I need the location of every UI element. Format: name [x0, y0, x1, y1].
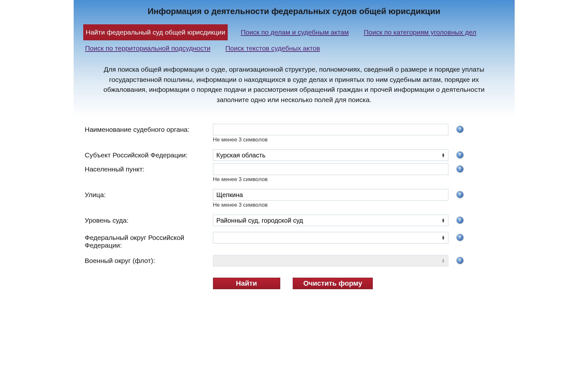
hint-court-name: Не менее 3 символов — [213, 137, 503, 143]
tab-search-cases[interactable]: Поиск по делам и судебным актам — [239, 24, 351, 40]
row-federal-district: Федеральный округ Российской Федерации: … — [85, 232, 503, 249]
page-title: Информация о деятельности федеральных су… — [74, 6, 515, 16]
help-icon[interactable]: ? — [456, 165, 463, 172]
page-container: Информация о деятельности федеральных су… — [74, 0, 515, 302]
row-military-district: Военный округ (флот): ▲▼ ? — [85, 255, 503, 266]
help-icon[interactable]: ? — [456, 234, 463, 241]
row-street: Улица: ? — [85, 189, 503, 201]
label-subject: Субъект Российской Федерации: — [85, 149, 213, 159]
label-court-name: Наименование судебного органа: — [85, 124, 213, 133]
tab-search-texts[interactable]: Поиск текстов судебных актов — [224, 40, 322, 56]
tab-territorial[interactable]: Поиск по территориальной подсудности — [83, 40, 213, 56]
input-street[interactable] — [213, 189, 448, 201]
search-form: Наименование судебного органа: ? Не мене… — [74, 117, 515, 302]
label-locality: Населенный пункт: — [85, 163, 213, 173]
tab-search-criminal[interactable]: Поиск по категориям уголовных дел — [362, 24, 478, 40]
header-area: Информация о деятельности федеральных су… — [74, 0, 515, 117]
select-federal-district[interactable] — [213, 232, 448, 243]
help-icon[interactable]: ? — [456, 151, 463, 158]
button-row: Найти Очистить форму — [213, 278, 503, 289]
input-court-name[interactable] — [213, 124, 448, 135]
label-federal-district: Федеральный округ Российской Федерации: — [85, 232, 213, 249]
row-locality: Населенный пункт: ? — [85, 163, 503, 175]
hint-locality: Не менее 3 символов — [213, 176, 503, 183]
input-locality[interactable] — [213, 163, 448, 175]
row-subject: Субъект Российской Федерации: Курская об… — [85, 149, 503, 161]
tab-find-court[interactable]: Найти федеральный суд общей юрисдикции — [83, 24, 228, 40]
help-icon[interactable]: ? — [456, 217, 463, 224]
clear-button[interactable]: Очистить форму — [293, 278, 373, 289]
row-court-name: Наименование судебного органа: ? — [85, 124, 503, 135]
hint-street: Не менее 3 символов — [213, 202, 503, 208]
label-court-level: Уровень суда: — [85, 215, 213, 224]
label-military-district: Военный округ (флот): — [85, 255, 213, 265]
select-court-level[interactable]: Районный суд, городской суд — [213, 215, 448, 226]
label-street: Улица: — [85, 189, 213, 199]
search-button[interactable]: Найти — [213, 278, 280, 289]
tab-bar: Найти федеральный суд общей юрисдикции П… — [74, 24, 515, 56]
help-icon[interactable]: ? — [456, 126, 463, 133]
select-subject[interactable]: Курская область — [213, 149, 448, 161]
select-military-district — [213, 255, 448, 266]
help-icon[interactable]: ? — [456, 257, 463, 264]
help-icon[interactable]: ? — [456, 191, 463, 198]
row-court-level: Уровень суда: Районный суд, городской су… — [85, 215, 503, 226]
description-text: Для поиска общей информации о суде, орга… — [74, 56, 515, 108]
